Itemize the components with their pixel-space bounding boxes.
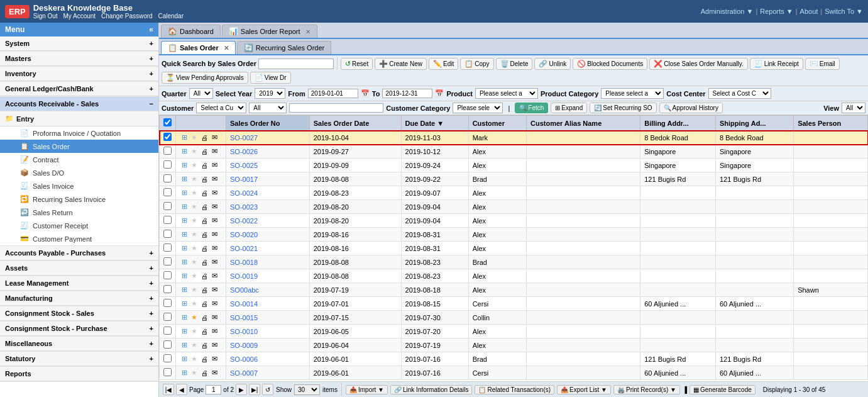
sidebar-item-reports[interactable]: Reports [0, 367, 158, 381]
col-so-date[interactable]: Sales Order Date [309, 116, 401, 131]
close-so-button[interactable]: ❌ Close Sales Order Manually. [649, 58, 748, 70]
so-link[interactable]: SO-0019 [230, 272, 258, 280]
print-button[interactable]: 🖨️ Print Record(s) ▼ [613, 385, 680, 394]
so-link[interactable]: SO-0007 [230, 369, 258, 377]
copy-button[interactable]: 📋 Copy [460, 58, 493, 70]
print-row-icon[interactable]: 🖨 [200, 355, 209, 364]
email-row-icon[interactable]: ✉ [210, 175, 219, 184]
email-row-icon[interactable]: ✉ [210, 286, 219, 294]
sidebar-item-consignment-purchase[interactable]: Consignment Stock - Purchase + [0, 322, 158, 336]
so-link[interactable]: SO-0020 [230, 231, 258, 238]
row-checkbox[interactable] [163, 160, 172, 169]
so-link[interactable]: SO-0015 [230, 314, 258, 322]
so-link[interactable]: SO-0027 [230, 134, 258, 142]
expand-row-icon[interactable]: ⊞ [180, 189, 189, 198]
tab-sales-order-report[interactable]: 📊 Sales Order Report ✕ [222, 25, 317, 38]
print-row-icon[interactable]: 🖨 [200, 299, 209, 308]
print-row-icon[interactable]: 🖨 [200, 175, 209, 184]
barcode-button[interactable]: ▦ Generate Barcode [689, 385, 755, 394]
customer-search-input[interactable] [289, 103, 383, 113]
expand-row-icon[interactable]: ⊞ [180, 147, 189, 156]
row-checkbox[interactable] [163, 147, 172, 155]
sidebar-item-miscellaneous[interactable]: Miscellaneous + [0, 337, 158, 351]
email-row-icon[interactable]: ✉ [210, 299, 219, 308]
customer-category-select[interactable]: Please sele [453, 103, 503, 113]
to-date-input[interactable] [382, 89, 432, 98]
col-sales-person[interactable]: Sales Person [794, 116, 868, 131]
so-link[interactable]: SO-0018 [230, 259, 258, 266]
row-checkbox[interactable] [163, 188, 172, 196]
reports-menu[interactable]: Reports ▼ [760, 8, 793, 15]
print-row-icon[interactable]: 🖨 [200, 272, 209, 281]
sidebar-item-general-ledger[interactable]: General Ledger/Cash/Bank + [0, 82, 158, 96]
star-icon[interactable]: ★ [190, 189, 199, 198]
expand-row-icon[interactable]: ⊞ [180, 244, 189, 253]
expand-row-icon[interactable]: ⊞ [180, 161, 189, 170]
row-checkbox[interactable] [163, 257, 172, 266]
row-checkbox[interactable] [163, 285, 172, 293]
star-icon[interactable]: ★ [190, 203, 199, 211]
expand-row-icon[interactable]: ⊞ [180, 133, 189, 142]
view-dr-button[interactable]: 📄 View Dr [250, 72, 291, 84]
link-info-button[interactable]: 🔗 Link Information Details [390, 385, 473, 394]
expand-row-icon[interactable]: ⊞ [180, 313, 189, 322]
col-alias[interactable]: Customer Alias Name [526, 116, 640, 131]
expand-row-icon[interactable]: ⊞ [180, 355, 189, 364]
email-row-icon[interactable]: ✉ [210, 313, 219, 322]
email-row-icon[interactable]: ✉ [210, 369, 219, 377]
sidebar-item-assets[interactable]: Assets + [0, 261, 158, 276]
email-row-icon[interactable]: ✉ [210, 161, 219, 170]
col-so-no[interactable]: Sales Order No [226, 116, 310, 131]
fetch-button[interactable]: 🔍 Fetch [515, 103, 548, 113]
star-icon[interactable]: ★ [190, 341, 199, 350]
email-row-icon[interactable]: ✉ [210, 355, 219, 364]
expand-row-icon[interactable]: ⊞ [180, 216, 189, 225]
sidebar-item-accounts-payable[interactable]: Accounts Payable - Purchases + [0, 246, 158, 260]
first-page-btn[interactable]: |◀ [163, 384, 174, 395]
email-row-icon[interactable]: ✉ [210, 133, 219, 142]
star-icon[interactable]: ★ [190, 286, 199, 294]
so-link[interactable]: SO-0025 [230, 162, 258, 169]
page-input[interactable] [206, 385, 221, 394]
sidebar-item-sales-return[interactable]: ↩️ Sales Return [0, 206, 158, 219]
print-row-icon[interactable]: 🖨 [200, 216, 209, 225]
row-checkbox[interactable] [163, 271, 172, 279]
next-page-btn[interactable]: ▶ [236, 384, 247, 395]
select-all-checkbox[interactable] [163, 118, 172, 126]
so-link[interactable]: SO-0023 [230, 203, 258, 211]
my-account-link[interactable]: My Account [63, 13, 96, 20]
calendar-to-icon[interactable]: 📅 [435, 89, 444, 98]
print-row-icon[interactable]: 🖨 [200, 286, 209, 294]
sidebar-item-statutory[interactable]: Statutory + [0, 352, 158, 366]
so-link[interactable]: SO-0014 [230, 300, 258, 308]
tab-dashboard[interactable]: 🏠 Dashboard [161, 25, 221, 38]
sidebar-item-consignment-sales[interactable]: Consignment Stock - Sales + [0, 306, 158, 321]
delete-button[interactable]: 🗑️ Delete [496, 58, 533, 70]
expand-row-icon[interactable]: ⊞ [180, 286, 189, 294]
refresh-btn[interactable]: ↺ [262, 384, 273, 395]
year-select[interactable]: 2019 [255, 88, 285, 99]
print-row-icon[interactable]: 🖨 [200, 230, 209, 239]
import-button[interactable]: 📥 Import ▼ [346, 385, 388, 394]
expand-row-icon[interactable]: ⊞ [180, 341, 189, 350]
unlink-button[interactable]: 🔗 Unlink [534, 58, 571, 70]
tab-recurring-sales-order[interactable]: 🔄 Recurring Sales Order [237, 41, 331, 54]
email-row-icon[interactable]: ✉ [210, 147, 219, 156]
email-row-icon[interactable]: ✉ [210, 244, 219, 253]
sidebar-item-recurring-sales-invoice[interactable]: 🔁 Recurring Sales Invoice [0, 193, 158, 206]
administration-menu[interactable]: Administration ▼ [701, 8, 754, 15]
show-select[interactable]: 30 50 100 [294, 384, 320, 395]
row-checkbox[interactable] [163, 216, 172, 224]
link-receipt-button[interactable]: 🧾 Link Receipt [750, 58, 803, 70]
sidebar-collapse-icon[interactable]: « [149, 25, 153, 34]
sidebar-item-customer-receipt[interactable]: 🧾 Customer Receipt [0, 219, 158, 232]
row-checkbox[interactable] [163, 202, 172, 210]
star-icon[interactable]: ★ [190, 299, 199, 308]
print-row-icon[interactable]: 🖨 [200, 203, 209, 211]
star-icon[interactable]: ★ [190, 216, 199, 225]
print-row-icon[interactable]: 🖨 [200, 258, 209, 267]
prev-page-btn[interactable]: ◀ [176, 384, 187, 395]
row-checkbox[interactable] [163, 230, 172, 238]
row-checkbox[interactable] [163, 243, 172, 252]
reset-button[interactable]: ↺ Reset [341, 58, 373, 70]
